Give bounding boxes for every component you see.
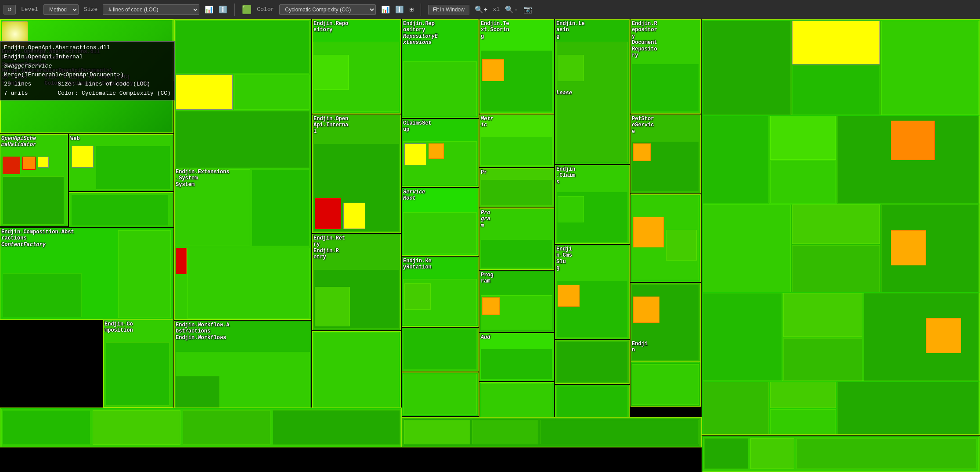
grid-icon[interactable]: ⊞ — [409, 5, 414, 14]
sub-repoext-lower[interactable] — [403, 61, 477, 116]
sub-green-1[interactable] — [3, 176, 64, 225]
sub-bc4-orange[interactable] — [633, 217, 664, 247]
cell-text-scoring[interactable]: Endjin.Text.Scoring — [479, 19, 554, 114]
sub-br-left[interactable] — [3, 410, 90, 445]
cell-petstore[interactable]: PetStoreService — [631, 114, 701, 193]
sub-right-midtop[interactable] — [770, 116, 836, 160]
cell-web[interactable]: Web — [69, 134, 173, 191]
cell-claimssetup[interactable]: ClaimsSetup — [402, 119, 479, 187]
sub-right-bottomtop[interactable] — [783, 293, 862, 337]
sub-bs-left[interactable] — [704, 438, 748, 469]
sub-right-bottombottom[interactable] — [783, 338, 862, 381]
sub-right-orange[interactable] — [891, 121, 935, 160]
sub-right-vbottomtop[interactable] — [770, 382, 836, 408]
sub-right-lowerbottom[interactable] — [792, 245, 880, 292]
sub-br-mid[interactable] — [93, 410, 180, 445]
sub-extra1[interactable] — [403, 374, 477, 415]
sub-comp-lower[interactable] — [106, 342, 169, 406]
sub-keyrot-mid[interactable] — [404, 283, 431, 310]
sub-right-bottomleft[interactable] — [703, 293, 782, 381]
sub-web-lower[interactable] — [72, 195, 168, 225]
cell-aud[interactable]: Aud — [479, 333, 554, 381]
cell-keyrotation[interactable]: Endjin.KeyRotation — [402, 257, 479, 327]
sub-right-topleft[interactable] — [703, 21, 791, 115]
sub-right-bottom-orange[interactable] — [926, 318, 961, 353]
zoom-in-icon[interactable]: 🔍+ — [475, 5, 488, 14]
sub-br2-left[interactable] — [404, 420, 470, 444]
sub-right-vbottomright[interactable] — [837, 382, 979, 434]
cell-extra-1[interactable] — [402, 372, 479, 416]
sub-br-mid2[interactable] — [183, 410, 270, 445]
sub-petstore-orange[interactable] — [633, 143, 651, 161]
fit-window-button[interactable]: Fit in Window — [428, 5, 469, 14]
sub-right-lower-orange[interactable] — [891, 230, 926, 265]
cell-openapischema[interactable]: OpenApiSchemaValidator — [0, 134, 68, 226]
sub-yellow-1[interactable] — [38, 157, 49, 168]
sub-metric-lower[interactable] — [481, 137, 552, 165]
zoom-out-icon[interactable]: 🔍- — [505, 5, 518, 14]
info-icon-2[interactable]: ℹ️ — [395, 5, 404, 14]
sub-claims-orange[interactable] — [429, 143, 444, 159]
sub-bc-inner[interactable] — [403, 329, 477, 370]
sub-right-vbottombottom[interactable] — [770, 409, 836, 434]
cell-bottom-row2[interactable] — [402, 417, 702, 447]
sub-br2-mid[interactable] — [472, 420, 538, 444]
sub-openapi-red[interactable] — [315, 198, 341, 229]
sub-ext-lower[interactable] — [176, 111, 310, 168]
cell-endjin-claims[interactable]: Endjin.Claims — [555, 165, 630, 244]
sub-extra3[interactable] — [632, 364, 699, 405]
sub-right-vbottomleft[interactable] — [703, 382, 769, 434]
cell-endjin-cms[interactable]: Endjin.CmsSlug — [555, 245, 630, 339]
sub-br2-right[interactable] — [540, 420, 699, 444]
sub-right-bottomright[interactable] — [864, 293, 979, 381]
sub-docrepo-lower[interactable] — [632, 64, 699, 112]
sub-repo-mid[interactable] — [313, 55, 349, 90]
cell-repo-ext[interactable]: Endjin.RepositoryRepositoryExtensions — [402, 19, 479, 118]
sub-web-yellow[interactable] — [72, 146, 94, 168]
sub-right-topright[interactable] — [881, 21, 979, 115]
refresh-button[interactable]: ↺ — [4, 5, 16, 14]
sub-ext-very-bottom[interactable] — [187, 248, 310, 319]
sub-comp-right[interactable] — [118, 230, 171, 318]
cell-bottom-row[interactable] — [0, 408, 402, 447]
cell-web-sub[interactable] — [69, 192, 173, 227]
sub-cms-orange[interactable] — [558, 285, 580, 307]
sub-right-topyyellow[interactable] — [792, 21, 880, 64]
sub-retry-mid[interactable] — [315, 287, 350, 326]
cell-openapi-internal[interactable]: Endjin.OpenApi.Internal — [312, 114, 401, 233]
sub-right-midbottom[interactable] — [770, 161, 836, 204]
sub-pr-lower[interactable] — [481, 179, 552, 206]
sub-bc4-green[interactable] — [666, 230, 697, 261]
cell-bottom-center4[interactable] — [631, 194, 701, 282]
level-select[interactable]: Method — [43, 4, 79, 15]
sub-comp-bottom[interactable] — [3, 273, 82, 317]
cell-leasing[interactable]: Endjin.Leasing Lease — [555, 19, 630, 164]
sub-ext-red[interactable] — [176, 248, 187, 274]
info-icon[interactable]: ℹ️ — [219, 5, 227, 14]
cell-program-2[interactable]: Program — [479, 271, 554, 332]
cell-pr[interactable]: Pr — [479, 168, 554, 207]
sub-right-midleft[interactable] — [703, 116, 769, 204]
sub-ext-bottom-r[interactable] — [252, 169, 310, 246]
sub-ext-mid[interactable] — [234, 75, 310, 110]
sub-bc3-inner[interactable] — [556, 341, 628, 382]
sub-leasing-mid[interactable] — [558, 55, 584, 81]
camera-icon[interactable]: 📷 — [523, 5, 532, 14]
sub-bs-right[interactable] — [796, 438, 976, 469]
sub-svcroot-lower[interactable] — [403, 212, 477, 254]
cell-endjin-retry[interactable]: Endjin.RetryEndjin.Retry — [312, 234, 401, 330]
color-grid-icon[interactable]: 🟩 — [242, 5, 252, 14]
cell-program-1[interactable]: Program — [479, 208, 554, 270]
sub-textscore-orange[interactable] — [482, 59, 504, 81]
cell-composition-abst[interactable]: Endjin.Composition.AbstractionsContentFa… — [0, 228, 173, 320]
cell-bottom-center3[interactable] — [555, 340, 630, 384]
cell-extensions-system[interactable]: Endjin.Extensions.SystemSystem — [174, 19, 311, 320]
sub-aud-lower[interactable] — [481, 349, 552, 379]
cell-bottom-strip[interactable] — [702, 436, 980, 472]
sub-bs-mid[interactable] — [750, 438, 794, 469]
sub-br-right[interactable] — [273, 410, 400, 445]
treemap[interactable]: Endjin.OpenApi.Abstractions.dll Endjin.O… — [0, 19, 980, 472]
sub-red-1[interactable] — [3, 157, 20, 174]
sub-claims-yellow[interactable] — [404, 143, 426, 165]
cell-endjin-repo[interactable]: Endjin.Repository — [312, 19, 401, 114]
